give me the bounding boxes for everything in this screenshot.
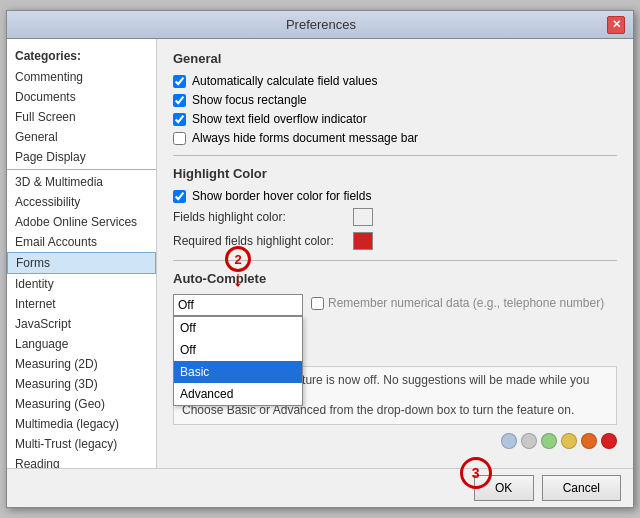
dialog-footer: 3 OK Cancel (7, 468, 633, 507)
color-dot-3 (541, 433, 557, 449)
focus-rect-checkbox[interactable] (173, 94, 186, 107)
dialog-body: Categories: Commenting Documents Full Sc… (7, 39, 633, 468)
hide-bar-checkbox[interactable] (173, 132, 186, 145)
sidebar-item-identity[interactable]: Identity (7, 274, 156, 294)
sidebar-header: Categories: (7, 45, 156, 67)
color-dot-5 (581, 433, 597, 449)
main-content: General Automatically calculate field va… (157, 39, 633, 468)
remember-label: Remember numerical data (e.g., telephone… (328, 296, 604, 310)
border-hover-label: Show border hover color for fields (192, 189, 371, 203)
preferences-dialog: Preferences ✕ Categories: Commenting Doc… (6, 10, 634, 508)
fields-highlight-row: Fields highlight color: (173, 208, 617, 226)
link-wrapper: Form Tracker Preferences (173, 457, 617, 468)
highlight-section: Highlight Color Show border hover color … (173, 166, 617, 250)
sidebar-item-internet[interactable]: Internet (7, 294, 156, 314)
checkbox-overflow: Show text field overflow indicator (173, 112, 617, 126)
required-highlight-label: Required fields highlight color: (173, 234, 353, 248)
autocomplete-dropdown-container: Off Off Off Basic Advanced (173, 294, 303, 316)
border-hover-checkbox[interactable] (173, 190, 186, 203)
sidebar-divider (7, 169, 156, 170)
hide-bar-label: Always hide forms document message bar (192, 131, 418, 145)
sidebar-item-reading[interactable]: Reading (7, 454, 156, 468)
required-highlight-color-box[interactable] (353, 232, 373, 250)
sidebar-item-forms[interactable]: Forms 1 (7, 252, 156, 274)
sidebar-item-language[interactable]: Language (7, 334, 156, 354)
checkbox-focus-rect: Show focus rectangle (173, 93, 617, 107)
checkbox-auto-calculate: Automatically calculate field values (173, 74, 617, 88)
sidebar-item-3dmultimedia[interactable]: 3D & Multimedia (7, 172, 156, 192)
ok-button-wrapper: 3 OK (474, 475, 534, 501)
fields-highlight-color-box[interactable] (353, 208, 373, 226)
sidebar-item-commenting[interactable]: Commenting (7, 67, 156, 87)
sidebar-item-measuringgeo[interactable]: Measuring (Geo) (7, 394, 156, 414)
dropdown-option-advanced[interactable]: Advanced (174, 383, 302, 405)
sidebar-item-fullscreen[interactable]: Full Screen (7, 107, 156, 127)
dialog-title: Preferences (35, 17, 607, 32)
color-dots-row (173, 433, 617, 449)
dropdown-option-basic[interactable]: Basic (174, 361, 302, 383)
sidebar-bottom-section: 3D & Multimedia Accessibility Adobe Onli… (7, 172, 156, 468)
color-dot-6 (601, 433, 617, 449)
color-dot-1 (501, 433, 517, 449)
auto-calculate-checkbox[interactable] (173, 75, 186, 88)
checkbox-border-hover: Show border hover color for fields (173, 189, 617, 203)
overflow-checkbox[interactable] (173, 113, 186, 126)
sidebar-item-javascript[interactable]: JavaScript (7, 314, 156, 334)
sidebar-top-section: Commenting Documents Full Screen General… (7, 67, 156, 167)
sidebar: Categories: Commenting Documents Full Sc… (7, 39, 157, 468)
remember-row: Remember numerical data (e.g., telephone… (311, 296, 604, 310)
sidebar-item-adobeonline[interactable]: Adobe Online Services (7, 212, 156, 232)
sidebar-item-multimedia-legacy[interactable]: Multimedia (legacy) (7, 414, 156, 434)
dropdown-option-off1[interactable]: Off (174, 317, 302, 339)
cancel-button[interactable]: Cancel (542, 475, 621, 501)
divider-1 (173, 155, 617, 156)
close-button[interactable]: ✕ (607, 16, 625, 34)
title-bar: Preferences ✕ (7, 11, 633, 39)
color-dot-4 (561, 433, 577, 449)
sidebar-item-measuring2d[interactable]: Measuring (2D) (7, 354, 156, 374)
checkbox-hide-bar: Always hide forms document message bar (173, 131, 617, 145)
focus-rect-label: Show focus rectangle (192, 93, 307, 107)
sidebar-item-pagedisplay[interactable]: Page Display (7, 147, 156, 167)
highlight-title: Highlight Color (173, 166, 617, 181)
auto-calculate-label: Automatically calculate field values (192, 74, 377, 88)
sidebar-item-general[interactable]: General (7, 127, 156, 147)
sidebar-item-emailaccounts[interactable]: Email Accounts (7, 232, 156, 252)
autocomplete-dropdown-popup: Off Off Basic Advanced (173, 316, 303, 406)
sidebar-item-accessibility[interactable]: Accessibility (7, 192, 156, 212)
dropdown-option-off2[interactable]: Off (174, 339, 302, 361)
general-section-title: General (173, 51, 617, 66)
overflow-label: Show text field overflow indicator (192, 112, 367, 126)
sidebar-item-multitrust-legacy[interactable]: Multi-Trust (legacy) (7, 434, 156, 454)
color-dot-2 (521, 433, 537, 449)
sidebar-item-measuring3d[interactable]: Measuring (3D) (7, 374, 156, 394)
autocomplete-row: ↓ 2 Off Off Off Basic (173, 294, 617, 316)
fields-highlight-label: Fields highlight color: (173, 210, 353, 224)
ok-button[interactable]: OK (474, 475, 534, 501)
dropdown-wrapper: ↓ 2 Off Off Off Basic (173, 294, 303, 316)
remember-checkbox[interactable] (311, 297, 324, 310)
sidebar-item-documents[interactable]: Documents (7, 87, 156, 107)
autocomplete-section: Auto-Complete ↓ 2 Off (173, 271, 617, 425)
autocomplete-dropdown[interactable]: Off (173, 294, 303, 316)
annotation-2: 2 (225, 246, 251, 272)
